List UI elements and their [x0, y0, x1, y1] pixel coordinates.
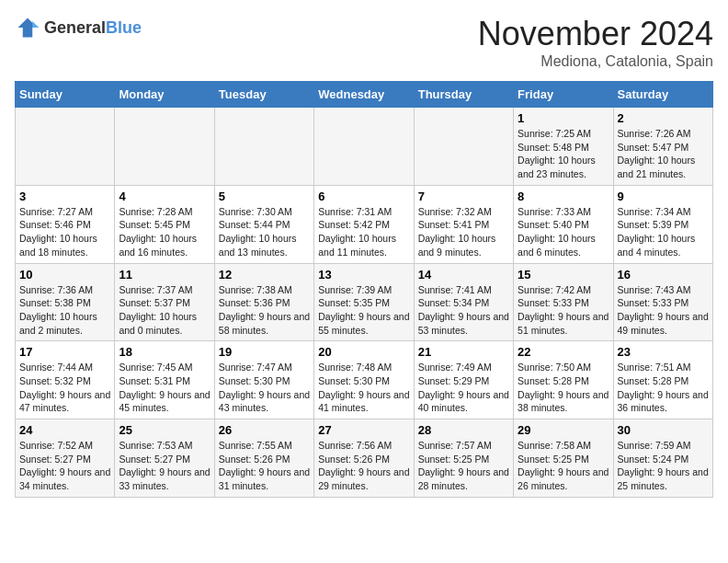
- calendar-cell: 28Sunrise: 7:57 AMSunset: 5:25 PMDayligh…: [414, 419, 513, 498]
- calendar-cell: 26Sunrise: 7:55 AMSunset: 5:26 PMDayligh…: [214, 419, 313, 498]
- day-number: 5: [219, 190, 310, 203]
- day-number: 15: [518, 268, 609, 282]
- day-detail: Sunrise: 7:30 AMSunset: 5:44 PMDaylight:…: [219, 205, 310, 259]
- day-number: 25: [119, 423, 210, 437]
- calendar-cell: 30Sunrise: 7:59 AMSunset: 5:24 PMDayligh…: [613, 419, 712, 498]
- logo: GeneralBlue: [15, 15, 142, 40]
- day-number: 8: [518, 190, 609, 203]
- calendar-cell: 6Sunrise: 7:31 AMSunset: 5:42 PMDaylight…: [314, 185, 414, 263]
- day-number: 9: [618, 190, 709, 203]
- day-number: 2: [618, 111, 709, 125]
- calendar-cell: 10Sunrise: 7:36 AMSunset: 5:38 PMDayligh…: [16, 263, 115, 341]
- svg-marker-1: [32, 21, 39, 28]
- calendar-cell: 5Sunrise: 7:30 AMSunset: 5:44 PMDaylight…: [214, 185, 313, 263]
- calendar-cell: 15Sunrise: 7:42 AMSunset: 5:33 PMDayligh…: [514, 263, 613, 341]
- day-detail: Sunrise: 7:57 AMSunset: 5:25 PMDaylight:…: [418, 439, 509, 493]
- calendar-cell: [16, 108, 115, 186]
- day-detail: Sunrise: 7:28 AMSunset: 5:45 PMDaylight:…: [119, 205, 210, 259]
- day-number: 4: [119, 190, 210, 203]
- calendar-cell: 14Sunrise: 7:41 AMSunset: 5:34 PMDayligh…: [414, 263, 513, 341]
- day-detail: Sunrise: 7:51 AMSunset: 5:28 PMDaylight:…: [618, 361, 709, 415]
- logo-blue: Blue: [106, 18, 142, 37]
- day-detail: Sunrise: 7:50 AMSunset: 5:28 PMDaylight:…: [518, 361, 609, 415]
- weekday-header: Wednesday: [314, 82, 414, 108]
- calendar-week-row: 24Sunrise: 7:52 AMSunset: 5:27 PMDayligh…: [16, 419, 713, 498]
- day-number: 11: [119, 268, 210, 282]
- calendar-cell: 11Sunrise: 7:37 AMSunset: 5:37 PMDayligh…: [115, 263, 214, 341]
- calendar-cell: 29Sunrise: 7:58 AMSunset: 5:25 PMDayligh…: [514, 419, 613, 498]
- day-number: 21: [418, 345, 509, 359]
- day-detail: Sunrise: 7:37 AMSunset: 5:37 PMDaylight:…: [119, 283, 210, 338]
- day-detail: Sunrise: 7:59 AMSunset: 5:24 PMDaylight:…: [618, 439, 709, 493]
- day-number: 13: [318, 268, 409, 282]
- day-detail: Sunrise: 7:52 AMSunset: 5:27 PMDaylight:…: [19, 439, 110, 493]
- day-detail: Sunrise: 7:43 AMSunset: 5:33 PMDaylight:…: [618, 283, 709, 338]
- weekday-header: Sunday: [16, 82, 115, 108]
- calendar-cell: [314, 108, 414, 186]
- calendar-cell: 23Sunrise: 7:51 AMSunset: 5:28 PMDayligh…: [613, 341, 712, 419]
- day-detail: Sunrise: 7:33 AMSunset: 5:40 PMDaylight:…: [518, 205, 609, 259]
- day-number: 1: [518, 111, 609, 125]
- day-number: 18: [119, 345, 210, 359]
- calendar-cell: 22Sunrise: 7:50 AMSunset: 5:28 PMDayligh…: [514, 341, 613, 419]
- day-detail: Sunrise: 7:39 AMSunset: 5:35 PMDaylight:…: [318, 283, 409, 338]
- month-title: November 2024: [478, 15, 713, 53]
- day-number: 17: [19, 345, 110, 359]
- day-number: 20: [318, 345, 409, 359]
- calendar-cell: 1Sunrise: 7:25 AMSunset: 5:48 PMDaylight…: [514, 108, 613, 186]
- calendar-cell: 9Sunrise: 7:34 AMSunset: 5:39 PMDaylight…: [613, 185, 712, 263]
- day-number: 12: [219, 268, 310, 282]
- day-number: 27: [318, 423, 409, 437]
- calendar-cell: 25Sunrise: 7:53 AMSunset: 5:27 PMDayligh…: [115, 419, 214, 498]
- day-number: 23: [618, 345, 709, 359]
- calendar-cell: 4Sunrise: 7:28 AMSunset: 5:45 PMDaylight…: [115, 185, 214, 263]
- weekday-header: Monday: [115, 82, 214, 108]
- day-detail: Sunrise: 7:27 AMSunset: 5:46 PMDaylight:…: [19, 205, 110, 259]
- day-detail: Sunrise: 7:32 AMSunset: 5:41 PMDaylight:…: [418, 205, 509, 259]
- day-detail: Sunrise: 7:53 AMSunset: 5:27 PMDaylight:…: [119, 439, 210, 493]
- day-detail: Sunrise: 7:47 AMSunset: 5:30 PMDaylight:…: [219, 361, 310, 415]
- calendar-cell: 16Sunrise: 7:43 AMSunset: 5:33 PMDayligh…: [613, 263, 712, 341]
- header: GeneralBlue November 2024 Mediona, Catal…: [15, 15, 713, 70]
- calendar-cell: 2Sunrise: 7:26 AMSunset: 5:47 PMDaylight…: [613, 108, 712, 186]
- title-area: November 2024 Mediona, Catalonia, Spain: [478, 15, 713, 70]
- day-number: 22: [518, 345, 609, 359]
- day-number: 7: [418, 190, 509, 203]
- weekday-header: Tuesday: [214, 82, 313, 108]
- day-number: 30: [618, 423, 709, 437]
- day-number: 24: [19, 423, 110, 437]
- day-detail: Sunrise: 7:26 AMSunset: 5:47 PMDaylight:…: [618, 127, 709, 181]
- calendar-cell: 7Sunrise: 7:32 AMSunset: 5:41 PMDaylight…: [414, 185, 513, 263]
- location-title: Mediona, Catalonia, Spain: [478, 53, 713, 70]
- day-detail: Sunrise: 7:56 AMSunset: 5:26 PMDaylight:…: [318, 439, 409, 493]
- calendar-cell: 3Sunrise: 7:27 AMSunset: 5:46 PMDaylight…: [16, 185, 115, 263]
- day-detail: Sunrise: 7:48 AMSunset: 5:30 PMDaylight:…: [318, 361, 409, 415]
- calendar-week-row: 1Sunrise: 7:25 AMSunset: 5:48 PMDaylight…: [16, 108, 713, 186]
- calendar-week-row: 17Sunrise: 7:44 AMSunset: 5:32 PMDayligh…: [16, 341, 713, 419]
- day-number: 6: [318, 190, 409, 203]
- calendar-cell: 21Sunrise: 7:49 AMSunset: 5:29 PMDayligh…: [414, 341, 513, 419]
- day-detail: Sunrise: 7:55 AMSunset: 5:26 PMDaylight:…: [219, 439, 310, 493]
- calendar-week-row: 3Sunrise: 7:27 AMSunset: 5:46 PMDaylight…: [16, 185, 713, 263]
- day-number: 28: [418, 423, 509, 437]
- day-number: 10: [19, 268, 110, 282]
- weekday-header: Saturday: [613, 82, 712, 108]
- logo-icon: [15, 15, 40, 40]
- day-detail: Sunrise: 7:38 AMSunset: 5:36 PMDaylight:…: [219, 283, 310, 338]
- calendar-cell: 13Sunrise: 7:39 AMSunset: 5:35 PMDayligh…: [314, 263, 414, 341]
- calendar-cell: [115, 108, 214, 186]
- weekday-header: Friday: [514, 82, 613, 108]
- day-number: 19: [219, 345, 310, 359]
- day-detail: Sunrise: 7:58 AMSunset: 5:25 PMDaylight:…: [518, 439, 609, 493]
- calendar-cell: 27Sunrise: 7:56 AMSunset: 5:26 PMDayligh…: [314, 419, 414, 498]
- calendar-cell: 18Sunrise: 7:45 AMSunset: 5:31 PMDayligh…: [115, 341, 214, 419]
- calendar-cell: 20Sunrise: 7:48 AMSunset: 5:30 PMDayligh…: [314, 341, 414, 419]
- calendar-cell: 12Sunrise: 7:38 AMSunset: 5:36 PMDayligh…: [214, 263, 313, 341]
- calendar-cell: [414, 108, 513, 186]
- calendar-cell: [214, 108, 313, 186]
- calendar-week-row: 10Sunrise: 7:36 AMSunset: 5:38 PMDayligh…: [16, 263, 713, 341]
- day-number: 16: [618, 268, 709, 282]
- day-detail: Sunrise: 7:31 AMSunset: 5:42 PMDaylight:…: [318, 205, 409, 259]
- weekday-header-row: SundayMondayTuesdayWednesdayThursdayFrid…: [16, 82, 713, 108]
- day-detail: Sunrise: 7:45 AMSunset: 5:31 PMDaylight:…: [119, 361, 210, 415]
